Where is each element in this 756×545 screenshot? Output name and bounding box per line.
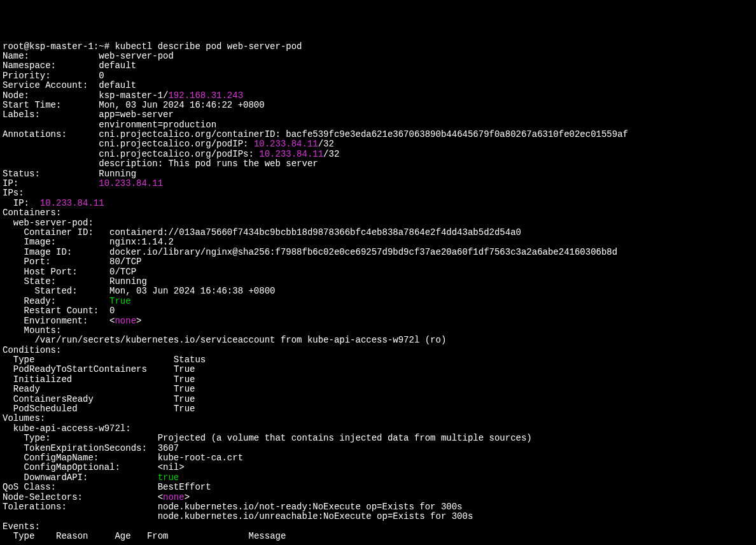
field-labels: Labels:: [3, 110, 99, 120]
container-host-port-value: 0/TCP: [109, 267, 136, 277]
volume-type-value: Projected (a volume that contains inject…: [158, 433, 532, 443]
command-text[interactable]: kubectl describe pod web-server-pod: [115, 41, 302, 52]
container-environment-none: none: [115, 316, 136, 326]
cond-r5c1: PodScheduled: [13, 404, 78, 414]
field-name-value: web-server-pod: [99, 51, 174, 61]
cond-r3c2: True: [174, 384, 195, 394]
anno-pod-ip-prefix: cni.projectcalico.org/podIP:: [99, 139, 254, 149]
ev-h-reason: Reason: [56, 531, 88, 541]
anno-pod-ips-suffix: /32: [323, 149, 339, 159]
container-id-value: containerd://013aa75660f7434bc9bcbb18d98…: [109, 227, 521, 237]
prompt: root@ksp-master-1:~#: [3, 41, 115, 52]
cond-r1c1: PodReadyToStartContainers: [13, 364, 147, 374]
field-start-time: Start Time:: [3, 100, 99, 110]
anno-pod-ips: 10.233.84.11: [259, 149, 323, 159]
field-ip-value: 10.233.84.11: [99, 178, 163, 188]
volume-configmap-optional-value: <nil>: [158, 462, 185, 472]
container-image-value: nginx:1.14.2: [109, 237, 174, 247]
field-namespace-value: default: [99, 60, 136, 71]
containers-header: Containers:: [3, 208, 61, 218]
label-app: app=web-server: [99, 110, 174, 120]
qos-class: QoS Class:: [3, 482, 158, 492]
node-selectors: Node-Selectors:: [3, 492, 158, 502]
ev-d-reason: ------: [56, 541, 88, 545]
ev-d-from: ----: [147, 541, 169, 545]
container-ready-value: True: [109, 296, 131, 306]
volume-configmap-name-value: kube-root-ca.crt: [158, 453, 243, 463]
volumes-header: Volumes:: [3, 413, 45, 423]
tolerations-1: node.kubernetes.io/not-ready:NoExecute o…: [158, 502, 463, 512]
ev-d-type: ----: [13, 541, 35, 545]
field-name: Name:: [3, 51, 99, 61]
ips-ip-value: 10.233.84.11: [40, 198, 104, 208]
container-state-value: Running: [109, 276, 147, 287]
field-start-time-value: Mon, 03 Jun 2024 16:46:22 +0800: [99, 100, 264, 110]
container-port-value: 80/TCP: [109, 257, 141, 267]
anno-description: description: This pod runs the web serve…: [99, 159, 318, 169]
anno-pod-ip: 10.233.84.11: [254, 139, 318, 149]
prompt-user: root@ksp-master-1: [3, 41, 94, 52]
anno-pod-ip-suffix: /32: [318, 139, 334, 149]
field-priority: Priority:: [3, 71, 99, 81]
ev-h-from: From: [147, 531, 169, 541]
container-started-value: Mon, 03 Jun 2024 16:46:38 +0800: [109, 286, 275, 296]
field-status-value: Running: [99, 169, 136, 179]
container-restart-count-value: 0: [109, 306, 115, 316]
anno-pod-ips-prefix: cni.projectcalico.org/podIPs:: [99, 149, 259, 159]
events-header: Events:: [3, 521, 40, 532]
ev-h-age: Age: [115, 531, 130, 541]
ev-d-age: ----: [115, 541, 136, 545]
cond-r2c1: Initialized: [13, 374, 72, 385]
field-priority-value: 0: [99, 71, 104, 81]
tolerations: Tolerations:: [3, 502, 158, 512]
cond-h2: Status: [174, 355, 206, 365]
volume-token-exp-value: 3607: [158, 443, 179, 453]
ev-d-message: -------: [249, 541, 286, 545]
label-env: environment=production: [99, 120, 216, 130]
cond-r4c2: True: [174, 394, 195, 404]
cond-r2c2: True: [174, 374, 195, 385]
qos-class-value: BestEffort: [158, 482, 211, 492]
field-node: Node:: [3, 90, 99, 101]
container-name: web-server-pod:: [13, 218, 94, 228]
cond-h1: Type: [13, 355, 35, 365]
field-ips: IPs:: [3, 188, 24, 198]
cond-r1c2: True: [174, 364, 195, 374]
cond-r4c1: ContainersReady: [13, 394, 94, 404]
node-ip: 192.168.31.243: [168, 90, 243, 101]
terminal-output: root@ksp-master-1:~# kubectl describe po…: [3, 42, 753, 545]
ev-h-message: Message: [249, 531, 286, 541]
ev-h-type: Type: [13, 531, 35, 541]
conditions-header: Conditions:: [3, 345, 61, 355]
volume-downward-api-value: true: [158, 472, 179, 483]
field-service-account: Service Account:: [3, 80, 99, 90]
node-name: ksp-master-1/: [99, 90, 168, 101]
volume-name: kube-api-access-w972l:: [13, 423, 131, 434]
field-service-account-value: default: [99, 80, 136, 90]
anno-container-id: cni.projectcalico.org/containerID: bacfe…: [99, 129, 628, 139]
node-selectors-none: none: [163, 492, 185, 502]
cond-r5c2: True: [174, 404, 195, 414]
tolerations-2: node.kubernetes.io/unreachable:NoExecute…: [158, 511, 473, 521]
container-mounts-value: /var/run/secrets/kubernetes.io/serviceac…: [34, 335, 446, 345]
field-namespace: Namespace:: [3, 60, 99, 71]
field-ip: IP:: [3, 178, 99, 188]
field-annotations: Annotations:: [3, 129, 99, 139]
container-image-id-value: docker.io/library/nginx@sha256:f7988fb6c…: [109, 247, 617, 257]
cond-r3c1: Ready: [13, 384, 40, 394]
field-status: Status:: [3, 169, 99, 179]
